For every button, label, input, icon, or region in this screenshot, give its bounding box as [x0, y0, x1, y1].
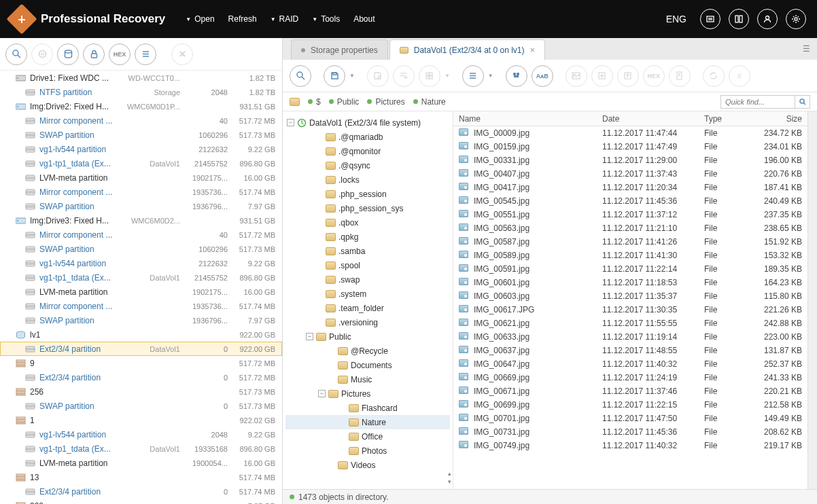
storage-row[interactable]: NTFS partitionStorage20481.82 TB — [0, 85, 282, 99]
tab-storage-properties[interactable]: Storage properties — [291, 39, 388, 60]
menu-about[interactable]: About — [353, 14, 375, 24]
file-row[interactable]: IMG_00637.jpg11.12.2017 11:48:55File131.… — [453, 344, 807, 357]
view-list-button[interactable] — [462, 65, 484, 87]
file-row[interactable]: IMG_00749.jpg11.12.2017 11:40:32File219.… — [453, 439, 807, 452]
file-row[interactable]: IMG_00009.jpg11.12.2017 11:47:44File234.… — [453, 126, 807, 140]
storage-row[interactable]: vg1-lv544 partition21226329.22 GB — [0, 256, 282, 270]
tree-item[interactable]: Flashcard — [285, 401, 450, 415]
crumb-root[interactable]: $ — [308, 97, 321, 107]
file-row[interactable]: IMG_00407.jpg11.12.2017 11:37:43File220.… — [453, 167, 807, 181]
scrollbar[interactable] — [807, 111, 817, 489]
col-type[interactable]: Type — [699, 114, 740, 124]
storage-row[interactable]: Drive1: Fixed WDC ...WD-WCC1T0...1.82 TB — [0, 71, 282, 85]
volume-button[interactable] — [57, 43, 79, 65]
aob-button[interactable]: AᴀB — [532, 65, 553, 87]
storage-row[interactable]: vg1-lv544 partition21226329.22 GB — [0, 142, 282, 156]
col-date[interactable]: Date — [597, 114, 699, 124]
crumb-public[interactable]: Public — [329, 97, 360, 107]
tree-item[interactable]: .swap — [285, 272, 450, 287]
storage-row[interactable]: Img:Drive2: Fixed H...WMC6M0D1P...931.51… — [0, 99, 282, 113]
file-row[interactable]: IMG_00617.JPG11.12.2017 11:30:35File221.… — [453, 303, 807, 317]
settings-icon[interactable] — [786, 9, 806, 29]
file-row[interactable]: IMG_00563.jpg11.12.2017 11:21:10File238.… — [453, 221, 807, 235]
file-row[interactable]: IMG_00621.jpg11.12.2017 11:55:55File242.… — [453, 317, 807, 330]
tree-item[interactable]: .versioning — [285, 315, 450, 329]
tree-item[interactable]: .@qsync — [285, 158, 450, 173]
tree-pictures[interactable]: − Pictures — [285, 386, 450, 401]
menu-refresh[interactable]: Refresh — [228, 14, 257, 24]
storage-row[interactable]: Ext2/3/4 partition0517.74 MB — [0, 484, 282, 499]
tree-item[interactable]: @Recycle — [285, 344, 450, 358]
tabs-menu-icon[interactable]: ☰ — [803, 44, 810, 54]
tree-item[interactable]: Office — [285, 429, 450, 444]
file-row[interactable]: IMG_00159.jpg11.12.2017 11:47:49File234.… — [453, 140, 807, 154]
list-button[interactable] — [135, 43, 156, 65]
search-button[interactable] — [5, 43, 27, 65]
file-row[interactable]: IMG_00671.jpg11.12.2017 11:37:46File220.… — [453, 384, 807, 398]
tree-item[interactable]: Photos — [285, 444, 450, 458]
file-row[interactable]: IMG_00589.jpg11.12.2017 11:41:30File153.… — [453, 249, 807, 262]
col-name[interactable]: Name — [453, 114, 597, 124]
tree-item[interactable]: .spool — [285, 258, 450, 272]
storage-row[interactable]: lv1922.00 GB — [0, 327, 282, 342]
menu-raid[interactable]: ▼RAID — [271, 14, 299, 24]
tree-item[interactable]: Music — [285, 372, 450, 386]
tree-item[interactable]: .php_session_sys — [285, 201, 450, 215]
tree-root[interactable]: − DataVol1 (Ext2/3/4 file system) — [285, 115, 450, 130]
tree-public[interactable]: − Public — [285, 329, 450, 344]
file-row[interactable]: IMG_00587.jpg11.12.2017 11:41:26File151.… — [453, 235, 807, 249]
file-row[interactable]: IMG_00701.jpg11.12.2017 11:47:50File149.… — [453, 412, 807, 425]
save-button[interactable] — [324, 65, 345, 87]
report-button[interactable] — [669, 65, 691, 87]
storage-row[interactable]: SWAP partition1936796...7.97 GB — [0, 313, 282, 327]
hex-view-button[interactable]: HEX — [643, 65, 665, 87]
tree-item[interactable]: .locks — [285, 173, 450, 187]
panels-icon[interactable] — [729, 9, 749, 29]
find-button[interactable] — [506, 65, 527, 87]
storage-row[interactable]: 256517.73 MB — [0, 384, 282, 399]
tree-item[interactable]: Nature — [285, 415, 450, 429]
storage-row[interactable]: vg1-tp1_tdata (Ex...DataVol119335168896.… — [0, 442, 282, 456]
crumb-nature[interactable]: Nature — [413, 97, 446, 107]
scroll-up-icon[interactable]: ▴ — [448, 470, 451, 477]
file-row[interactable]: IMG_00601.jpg11.12.2017 11:18:53File164.… — [453, 276, 807, 289]
storage-row[interactable]: vg1-lv544 partition20489.22 GB — [0, 427, 282, 442]
storage-row[interactable]: SWAP partition1060296517.73 MB — [0, 242, 282, 256]
tree-item[interactable]: .php_session — [285, 187, 450, 201]
tree-item[interactable]: .@qmonitor — [285, 144, 450, 158]
file-row[interactable]: IMG_00699.jpg11.12.2017 11:22:15File212.… — [453, 398, 807, 412]
picture-button[interactable] — [566, 65, 587, 87]
file-row[interactable]: IMG_00591.jpg11.12.2017 11:22:14File189.… — [453, 262, 807, 276]
tree-item[interactable]: .@qmariadb — [285, 130, 450, 144]
tab-datavol1[interactable]: DataVol1 (Ext2/3/4 at 0 on lv1) × — [389, 39, 545, 60]
file-row[interactable]: IMG_00545.jpg11.12.2017 11:45:36File240.… — [453, 194, 807, 208]
tree-item[interactable]: .system — [285, 287, 450, 301]
close-tab-icon[interactable]: × — [530, 45, 536, 55]
file-row[interactable]: IMG_00731.jpg11.12.2017 11:45:36File208.… — [453, 425, 807, 439]
scroll-down-icon[interactable]: ▾ — [448, 478, 451, 485]
storage-row[interactable]: 3227.97 GB — [0, 499, 282, 504]
scan-button[interactable] — [290, 65, 311, 87]
menu-tools[interactable]: ▼Tools — [312, 14, 340, 24]
refresh-view-button[interactable] — [703, 65, 725, 87]
storage-row[interactable]: SWAP partition1936796...7.97 GB — [0, 199, 282, 213]
storage-row[interactable]: Ext2/3/4 partition0517.72 MB — [0, 370, 282, 384]
file-row[interactable]: IMG_00669.jpg11.12.2017 11:24:19File241.… — [453, 371, 807, 384]
storage-row[interactable]: 1922.02 GB — [0, 413, 282, 427]
import-button[interactable] — [617, 65, 639, 87]
folder-tree[interactable]: − DataVol1 (Ext2/3/4 file system) .@qmar… — [283, 111, 453, 489]
file-row[interactable]: IMG_00331.jpg11.12.2017 11:29:00File196.… — [453, 154, 807, 167]
storage-row[interactable]: vg1-tp1_tdata (Ex...DataVol121455752896.… — [0, 156, 282, 170]
crumb-pictures[interactable]: Pictures — [367, 97, 404, 107]
collapse-icon[interactable]: − — [306, 333, 313, 340]
collapse-icon[interactable]: − — [287, 119, 294, 126]
storage-row[interactable]: Mirror component ...1935736...517.74 MB — [0, 185, 282, 199]
tree-item[interactable]: .qpkg — [285, 230, 450, 244]
file-row[interactable]: IMG_00603.jpg11.12.2017 11:35:37File115.… — [453, 289, 807, 303]
file-row[interactable]: IMG_00647.jpg11.12.2017 11:40:32File252.… — [453, 357, 807, 371]
collapse-icon[interactable]: − — [318, 390, 326, 397]
grid-button[interactable] — [419, 65, 440, 87]
quick-find-input[interactable] — [720, 95, 795, 109]
decrypt-button[interactable] — [31, 43, 53, 65]
storage-row[interactable]: LVM-meta partition1900054...16.00 GB — [0, 456, 282, 470]
